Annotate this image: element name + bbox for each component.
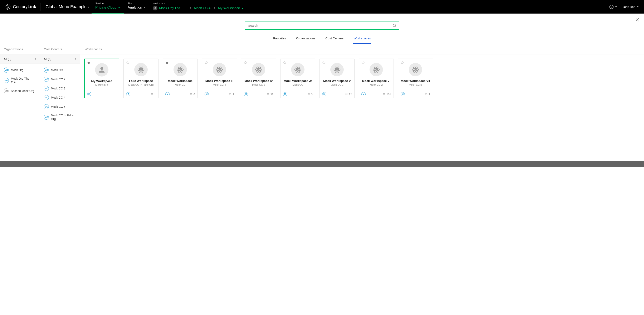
sidebar-item[interactable]: SMSecond Mock Org	[0, 86, 40, 96]
favorite-star-icon[interactable]	[362, 61, 365, 64]
members-count: 3	[307, 92, 312, 96]
atom-icon	[134, 63, 148, 76]
breadcrumb-item[interactable]: Mock Org The T…	[153, 6, 186, 10]
nav-service[interactable]: Service Private Cloud	[92, 0, 124, 14]
workspace-card[interactable]: Mock WorkspaceMock CCM6	[163, 58, 198, 98]
brand-block[interactable]: CenturyLink	[2, 0, 38, 14]
nav-site[interactable]: Site Analytics	[124, 0, 149, 14]
members-count: 6	[189, 92, 195, 96]
sidebar-item[interactable]: MCMock CC 5	[40, 102, 80, 111]
workspace-name: My Workspace	[87, 80, 116, 83]
nav-workspace-label: Workspace	[153, 2, 244, 5]
workspace-parent: Mock CC 2	[362, 84, 391, 86]
orgs-all-row[interactable]: All (3)	[0, 54, 40, 64]
sidebar-item[interactable]: MCMock CC In Fake Org	[40, 111, 80, 123]
workspace-card[interactable]: Mock Workspace IVMock CC 3M32	[241, 58, 276, 98]
favorite-star-icon[interactable]	[166, 61, 169, 64]
members-count: 1	[150, 92, 156, 96]
brand-second: Link	[28, 4, 36, 9]
sidebar-item-label: Mock CC In Fake Org	[51, 114, 76, 121]
category-tab-favorites[interactable]: Favorites	[273, 34, 286, 44]
breadcrumb-item[interactable]: My Workspace	[218, 6, 244, 10]
topbar: CenturyLink Global Menu Examples Service…	[0, 0, 644, 14]
workspace-card[interactable]: My WorkspaceMock CC 4M	[84, 58, 119, 98]
chevron-right-icon	[34, 58, 36, 60]
workspace-card[interactable]: Mock Workspace IIIMock CC 4M1	[202, 58, 237, 98]
search-input[interactable]	[248, 24, 393, 27]
badge-icon: SM	[4, 88, 9, 94]
sidebar-item-label: Mock CC 3	[51, 86, 65, 90]
sidebar-item[interactable]: MOMock Org The Third	[0, 75, 40, 86]
favorite-star-icon[interactable]	[126, 61, 130, 64]
favorite-star-icon[interactable]	[283, 61, 286, 64]
favorite-star-icon[interactable]	[322, 61, 326, 64]
org-badge-icon: M	[322, 92, 326, 96]
user-menu[interactable]: John Doe	[620, 0, 642, 14]
search-box[interactable]	[245, 21, 399, 30]
selector-panel: FavoritesOrganizationsCost CentersWorksp…	[0, 14, 644, 161]
workspace-card[interactable]: Fake WorkspaceMock CC In Fake OrgF1	[124, 58, 158, 98]
workspace-parent: Mock CC	[283, 84, 312, 86]
sidebar-item-label: Second Mock Org	[11, 89, 34, 93]
workspace-parent: Mock CC 3	[244, 84, 274, 86]
sidebar-item[interactable]: MCMock CC 4	[40, 93, 80, 102]
members-count: 101	[382, 92, 391, 96]
favorite-star-icon[interactable]	[204, 61, 208, 64]
avatar-icon	[153, 6, 158, 10]
card-footer: M101	[362, 91, 391, 96]
category-tab-organizations[interactable]: Organizations	[296, 34, 316, 44]
help-menu[interactable]: ?	[606, 0, 620, 14]
caret-down-icon	[637, 6, 638, 7]
workspace-name: Mock Workspace IV	[244, 79, 274, 82]
workspace-card[interactable]: Mock Workspace VIIMock CC 5M1	[398, 58, 433, 98]
sidebar-item-label: Mock CC 4	[51, 96, 65, 100]
atom-icon	[291, 63, 304, 76]
nav-service-value: Private Cloud	[95, 6, 116, 10]
person-icon	[95, 63, 108, 76]
divider	[40, 3, 40, 11]
category-tab-workspaces[interactable]: Workspaces	[353, 34, 371, 44]
chevron-right-icon	[189, 7, 191, 9]
breadcrumb-item[interactable]: Mock CC 4	[194, 6, 210, 10]
workspace-name: Mock Workspace V	[322, 79, 352, 82]
orgs-column: Organizations All (3) MOMock OrgMOMock O…	[0, 44, 40, 161]
org-badge-icon: F	[126, 92, 130, 96]
close-button[interactable]	[635, 18, 640, 22]
workspace-card[interactable]: Mock Workspace VMock CC 3M12	[320, 58, 354, 98]
workspace-name: Fake Workspace	[126, 79, 156, 82]
members-count: 1	[228, 92, 234, 96]
sidebar-item[interactable]: MCMock CC	[40, 66, 80, 75]
org-badge-icon: M	[166, 92, 170, 96]
workspace-card[interactable]: Mock Workspace VIMock CC 2M101	[359, 58, 394, 98]
ccs-all-label: All (6)	[44, 57, 52, 61]
ccs-all-row[interactable]: All (6)	[40, 54, 80, 64]
card-footer: M32	[244, 91, 274, 96]
workspaces-title: Workspaces	[80, 44, 644, 54]
badge-icon: MC	[44, 86, 49, 91]
sidebar-item[interactable]: MCMock CC 2	[40, 75, 80, 84]
favorite-star-icon[interactable]	[87, 61, 90, 64]
nav-workspace: Workspace Mock Org The T…Mock CC 4My Wor…	[149, 0, 247, 14]
breadcrumb-label: Mock Org The T…	[159, 6, 186, 10]
badge-icon: MO	[4, 68, 9, 72]
sidebar-item[interactable]: MCMock CC 3	[40, 84, 80, 93]
workspace-name: Mock Workspace VI	[362, 79, 391, 82]
card-footer: M12	[322, 91, 352, 96]
atom-icon	[174, 63, 187, 76]
category-tab-cost-centers[interactable]: Cost Centers	[325, 34, 344, 44]
nav-site-label: Site	[128, 2, 145, 5]
workspace-card[interactable]: Mock Workspace JrMock CCM3	[280, 58, 315, 98]
workspace-parent: Mock CC 5	[400, 84, 430, 86]
favorite-star-icon[interactable]	[400, 61, 404, 64]
sidebar-item-label: Mock CC	[51, 68, 63, 72]
members-count: 32	[266, 92, 274, 96]
favorite-star-icon[interactable]	[244, 61, 247, 64]
org-badge-icon: M	[244, 92, 248, 96]
workspace-name: Mock Workspace III	[204, 79, 234, 82]
sidebar-item-label: Mock Org The Third	[11, 77, 36, 84]
workspace-parent: Mock CC 4	[87, 84, 116, 86]
sidebar-item[interactable]: MOMock Org	[0, 66, 40, 75]
workspace-name: Mock Workspace Jr	[283, 79, 312, 82]
org-badge-icon: M	[283, 92, 287, 96]
caret-up-icon	[242, 8, 244, 9]
